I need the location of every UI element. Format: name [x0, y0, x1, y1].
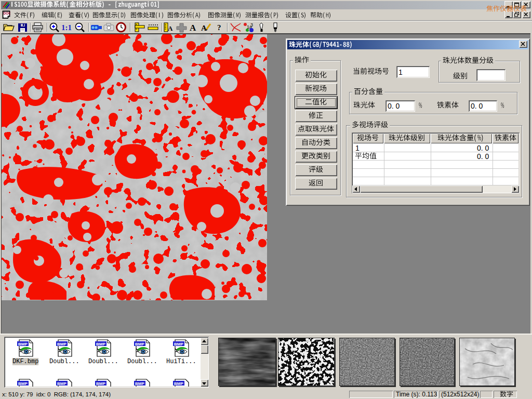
svg-text:DOC: DOC: [4, 11, 11, 15]
svg-text:?: ?: [217, 23, 221, 32]
svg-text:BMP: BMP: [18, 342, 28, 347]
svg-text:BMP: BMP: [174, 342, 183, 347]
svg-text:3: 3: [250, 22, 253, 28]
svg-text:BMP: BMP: [96, 342, 105, 347]
svg-text:BMP: BMP: [57, 342, 66, 347]
svg-text:A: A: [168, 24, 173, 32]
svg-text:1:1: 1:1: [61, 23, 72, 32]
svg-text:A: A: [201, 24, 207, 32]
svg-text:BMP: BMP: [135, 342, 144, 347]
svg-text:A: A: [190, 23, 196, 33]
